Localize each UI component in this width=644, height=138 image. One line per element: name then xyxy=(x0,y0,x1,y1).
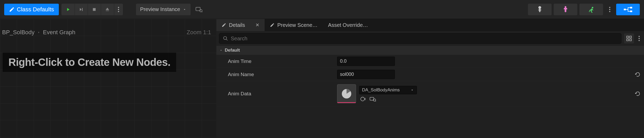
svg-rect-4 xyxy=(196,7,200,11)
top-toolbar: Class Defaults Preview Instance xyxy=(0,0,644,19)
svg-rect-15 xyxy=(627,36,629,38)
tab-asset-override[interactable]: Asset Override… xyxy=(323,19,373,31)
details-tabs: Details ✕ Preview Scene… Asset Override… xyxy=(216,19,644,31)
chevron-down-icon xyxy=(410,88,414,92)
running-icon xyxy=(587,6,595,13)
class-defaults-button[interactable]: Class Defaults xyxy=(4,4,59,15)
search-input[interactable] xyxy=(231,36,617,42)
svg-line-14 xyxy=(226,39,228,41)
debug-filter-button[interactable] xyxy=(193,4,205,15)
blueprint-mode-button[interactable] xyxy=(616,4,640,15)
preview-instance-dropdown[interactable]: Preview Instance xyxy=(136,4,191,15)
mannequin-icon xyxy=(562,6,569,13)
details-pane: Details ✕ Preview Scene… Asset Override… xyxy=(216,19,644,138)
edit-icon xyxy=(222,23,226,27)
edit-icon xyxy=(270,23,275,27)
triangle-down-icon xyxy=(219,49,223,52)
event-graph-pane[interactable]: BP_SolBody Event Graph Zoom 1:1 Right-Cl… xyxy=(0,19,216,138)
tab-preview-scene-label: Preview Scene… xyxy=(277,22,317,28)
search-icon xyxy=(223,36,228,41)
prop-row-anim-time: Anim Time xyxy=(216,55,644,68)
skeleton-mode-button[interactable] xyxy=(528,4,552,15)
prop-label-anim-time: Anim Time xyxy=(216,58,337,64)
play-controls-group xyxy=(61,4,123,15)
svg-point-13 xyxy=(224,37,227,40)
use-selected-asset-button[interactable] xyxy=(360,96,366,102)
graph-grid xyxy=(0,19,216,138)
reset-to-default-button[interactable] xyxy=(635,91,641,96)
svg-rect-0 xyxy=(93,8,96,11)
svg-line-26 xyxy=(375,101,376,101)
preview-instance-label: Preview Instance xyxy=(140,6,180,12)
svg-point-19 xyxy=(638,36,640,37)
svg-point-3 xyxy=(118,11,119,12)
svg-point-23 xyxy=(361,97,365,101)
svg-point-20 xyxy=(638,38,640,39)
tab-details[interactable]: Details ✕ xyxy=(216,19,265,31)
svg-rect-10 xyxy=(624,9,626,10)
svg-point-7 xyxy=(609,7,610,8)
skeleton-icon xyxy=(536,6,543,13)
play-options-button[interactable] xyxy=(114,4,123,15)
tab-details-label: Details xyxy=(229,22,245,28)
tab-preview-scene[interactable]: Preview Scene… xyxy=(265,19,323,31)
svg-rect-11 xyxy=(630,7,632,8)
reset-to-default-button[interactable] xyxy=(635,72,641,77)
eject-button[interactable] xyxy=(101,4,114,15)
svg-point-9 xyxy=(609,11,610,12)
svg-rect-12 xyxy=(630,11,632,12)
svg-rect-17 xyxy=(627,39,629,41)
svg-point-21 xyxy=(638,40,640,41)
svg-rect-16 xyxy=(630,36,631,38)
asset-picker-dropdown[interactable]: DA_SolBodyAnims xyxy=(359,86,417,94)
zoom-level-label: Zoom 1:1 xyxy=(187,29,211,36)
prop-label-anim-name: Anim Name xyxy=(216,72,337,77)
prop-row-anim-name: Anim Name xyxy=(216,68,644,81)
svg-rect-18 xyxy=(630,39,631,41)
editor-mode-buttons xyxy=(528,4,640,15)
pie-icon xyxy=(341,88,352,99)
close-icon[interactable]: ✕ xyxy=(255,22,259,28)
breadcrumb-root[interactable]: BP_SolBody xyxy=(2,29,35,36)
anim-time-input[interactable] xyxy=(337,57,395,66)
category-default-label: Default xyxy=(225,48,240,53)
tab-asset-override-label: Asset Override… xyxy=(328,22,368,28)
animation-mode-button[interactable] xyxy=(579,4,603,15)
chevron-down-icon xyxy=(183,8,186,11)
mode-options-button[interactable] xyxy=(605,4,614,15)
svg-point-8 xyxy=(609,9,610,10)
svg-point-1 xyxy=(118,7,119,8)
mesh-mode-button[interactable] xyxy=(554,4,577,15)
step-button[interactable] xyxy=(75,4,88,15)
asset-picker-value: DA_SolBodyAnims xyxy=(362,87,400,93)
asset-thumbnail[interactable] xyxy=(337,84,356,103)
prop-row-anim-data: Anim Data DA_SolBodyAnims xyxy=(216,81,644,106)
breadcrumb: BP_SolBody Event Graph Zoom 1:1 xyxy=(0,29,216,36)
prop-label-anim-data: Anim Data xyxy=(216,91,337,97)
svg-line-6 xyxy=(202,11,202,12)
category-default-header[interactable]: Default xyxy=(216,46,644,55)
class-defaults-label: Class Defaults xyxy=(17,6,54,13)
settings-options-button[interactable] xyxy=(637,33,641,43)
blueprint-graph-icon xyxy=(624,7,632,12)
browse-to-asset-button[interactable] xyxy=(370,96,376,102)
stop-button[interactable] xyxy=(88,4,101,15)
property-matrix-button[interactable] xyxy=(624,33,634,43)
details-search-row xyxy=(216,31,644,46)
graph-hint: Right-Click to Create New Nodes. xyxy=(3,53,176,72)
edit-icon xyxy=(9,7,15,12)
breadcrumb-leaf[interactable]: Event Graph xyxy=(43,29,76,36)
play-button[interactable] xyxy=(61,4,75,15)
svg-point-2 xyxy=(118,9,119,10)
chevron-right-icon xyxy=(37,30,40,34)
details-search-box[interactable] xyxy=(219,33,621,44)
anim-name-input[interactable] xyxy=(337,70,395,79)
